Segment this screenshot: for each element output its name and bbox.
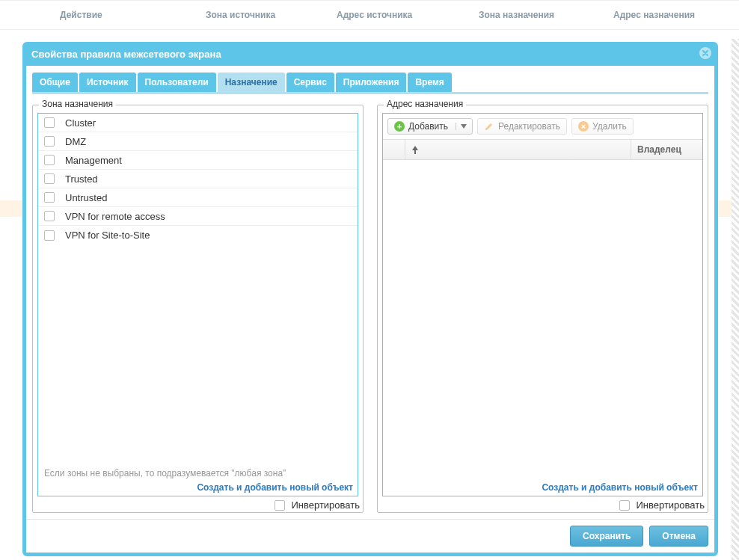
save-button[interactable]: Сохранить (570, 526, 643, 547)
zone-row[interactable]: VPN for remote access (38, 207, 358, 226)
plus-icon: + (394, 121, 405, 132)
bg-col-dst-zone: Зона назначения (471, 10, 606, 20)
background-table-header: Действие Зона источника Адрес источника … (0, 0, 739, 30)
dialog-title: Свойства правила межсетевого экрана (31, 49, 221, 60)
addr-legend: Адрес назначения (384, 99, 466, 109)
zone-checkbox[interactable] (44, 192, 55, 203)
delete-icon: × (578, 121, 589, 132)
bg-col-dst-addr: Адрес назначения (606, 10, 733, 20)
zone-label: Trusted (65, 173, 98, 185)
addr-col-checkbox[interactable] (383, 140, 405, 159)
zone-grid: Cluster DMZ Management Trusted (37, 113, 358, 496)
zone-label: VPN for Site-to-Site (65, 230, 150, 241)
tab-general[interactable]: Общие (32, 73, 78, 92)
edit-button[interactable]: Редактировать (477, 118, 567, 135)
pencil-icon (484, 121, 494, 132)
zone-hint: Если зоны не выбраны, то подразумевается… (38, 464, 358, 480)
add-button[interactable]: + Добавить (387, 118, 473, 135)
dialog-footer: Сохранить Отмена (26, 519, 714, 553)
tab-applications[interactable]: Приложения (336, 73, 407, 92)
tab-users[interactable]: Пользователи (138, 73, 216, 92)
addr-grid: + Добавить Редактировать (382, 113, 703, 496)
zone-row[interactable]: Untrusted (38, 188, 358, 207)
addr-invert-label: Инвертировать (636, 499, 705, 511)
zone-legend: Зона назначения (39, 99, 116, 109)
zone-row[interactable]: Management (38, 151, 358, 170)
delete-button-label: Удалить (592, 121, 627, 132)
addr-empty-area (383, 160, 702, 480)
addr-column-headers: Владелец (383, 139, 702, 160)
background-pattern (732, 39, 739, 560)
bg-col-action: Действие (52, 10, 198, 20)
arrow-up-icon (411, 145, 419, 154)
zone-row[interactable]: Cluster (38, 114, 358, 132)
zone-checkbox[interactable] (44, 173, 55, 184)
chevron-down-icon[interactable] (456, 123, 470, 130)
bg-col-src-zone: Зона источника (198, 10, 329, 20)
edit-button-label: Редактировать (498, 121, 560, 132)
zone-invert-checkbox[interactable] (275, 500, 285, 511)
tab-source[interactable]: Источник (79, 73, 136, 92)
zone-checkbox[interactable] (44, 136, 55, 147)
delete-button[interactable]: × Удалить (571, 118, 634, 135)
zone-label: Cluster (65, 117, 96, 129)
zone-checkbox[interactable] (44, 117, 55, 128)
zone-list: Cluster DMZ Management Trusted (38, 114, 358, 464)
add-button-label: Добавить (408, 121, 448, 132)
zone-label: Management (65, 155, 122, 166)
firewall-rule-properties-dialog: Свойства правила межсетевого экрана Общи… (22, 42, 718, 556)
zone-row[interactable]: Trusted (38, 170, 358, 188)
cancel-button[interactable]: Отмена (649, 526, 708, 547)
zone-create-link[interactable]: Создать и добавить новый объект (197, 482, 353, 493)
destination-zone-fieldset: Зона назначения Cluster DMZ (32, 105, 364, 513)
addr-invert-checkbox[interactable] (619, 500, 630, 511)
tabbar: Общие Источник Пользователи Назначение С… (32, 73, 708, 94)
bg-col-src-addr: Адрес источника (329, 10, 471, 20)
addr-create-link[interactable]: Создать и добавить новый объект (542, 482, 698, 493)
zone-label: VPN for remote access (65, 211, 165, 222)
addr-col-owner[interactable]: Владелец (631, 140, 702, 159)
zone-row[interactable]: VPN for Site-to-Site (38, 226, 358, 244)
tab-time[interactable]: Время (408, 73, 451, 92)
tab-destination[interactable]: Назначение (218, 73, 285, 92)
addr-col-sorted[interactable] (405, 140, 631, 159)
zone-checkbox[interactable] (44, 155, 55, 165)
zone-checkbox[interactable] (44, 230, 55, 241)
zone-label: DMZ (65, 136, 86, 147)
dialog-titlebar: Свойства правила межсетевого экрана (25, 45, 715, 66)
zone-checkbox[interactable] (44, 211, 55, 221)
zone-label: Untrusted (65, 192, 107, 203)
close-icon[interactable] (699, 46, 712, 60)
zone-row[interactable]: DMZ (38, 132, 358, 151)
tab-service[interactable]: Сервис (286, 73, 334, 92)
addr-toolbar: + Добавить Редактировать (383, 114, 702, 139)
zone-invert-label: Инвертировать (291, 499, 360, 511)
destination-address-fieldset: Адрес назначения + Добавить (377, 105, 708, 513)
